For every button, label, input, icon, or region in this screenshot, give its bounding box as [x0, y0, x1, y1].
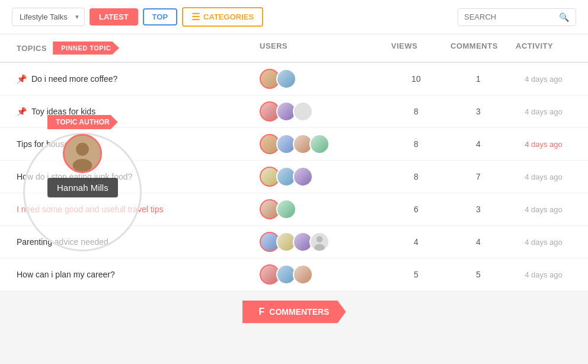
- views-cell: 6: [386, 196, 446, 222]
- topic-link[interactable]: Tips for house dust?: [17, 139, 91, 149]
- topic-cell: 📌 Do i need more coffee?: [12, 66, 255, 92]
- activity-cell: 4 days ago: [511, 164, 576, 190]
- users-cell: [255, 226, 386, 258]
- comments-cell: 3: [446, 98, 511, 124]
- pinned-topic-badge: PINNED TOPIC: [53, 41, 119, 55]
- topic-cell: 📌 Toy ideas for kids: [12, 98, 255, 124]
- top-button[interactable]: TOP: [143, 8, 178, 25]
- top-navigation: Lifestyle Talks ▼ LATEST TOP ☰ CATEGORIE…: [0, 0, 588, 34]
- latest-button[interactable]: LATEST: [90, 8, 138, 25]
- activity-cell: 4 days ago: [511, 229, 576, 255]
- views-cell: 5: [386, 261, 446, 288]
- topic-link[interactable]: How can i plan my career?: [17, 270, 115, 279]
- topic-cell: How do i stop eating junk food?: [12, 164, 255, 190]
- activity-cell: 4 days ago: [511, 262, 576, 288]
- users-cell: [255, 128, 386, 160]
- avatar: [309, 232, 330, 252]
- svg-point-0: [317, 236, 323, 242]
- pin-icon: 📌: [17, 107, 27, 116]
- topics-column-header: Topics PINNED TOPIC: [12, 34, 255, 62]
- views-column-header: Views: [386, 34, 446, 62]
- avatar: [293, 264, 313, 285]
- forum-select[interactable]: Lifestyle Talks: [12, 8, 85, 26]
- search-input[interactable]: [464, 12, 559, 21]
- topic-cell: Parenting advice needed: [12, 229, 255, 255]
- activity-cell: 4 days ago: [511, 132, 576, 157]
- topic-link[interactable]: Parenting advice needed: [17, 237, 108, 247]
- table-header: Topics PINNED TOPIC Users Views Comments…: [0, 34, 588, 63]
- hamburger-icon: ☰: [191, 11, 200, 23]
- users-cell: [255, 95, 386, 127]
- activity-cell: 4 days ago: [511, 66, 576, 92]
- comments-cell: 7: [446, 164, 511, 190]
- avatar: [293, 167, 313, 187]
- views-cell: 4: [386, 229, 446, 255]
- table-row: How do i stop eating junk food? 8 7 4 da…: [0, 161, 588, 193]
- commenters-bar: f COMMENTERS: [0, 291, 588, 333]
- views-cell: 8: [386, 131, 446, 157]
- views-cell: 8: [386, 98, 446, 124]
- search-icon[interactable]: 🔍: [559, 12, 569, 22]
- categories-button[interactable]: ☰ CATEGORIES: [182, 7, 263, 27]
- topic-link[interactable]: Toy ideas for kids: [31, 107, 95, 116]
- avatar: [293, 101, 313, 122]
- table-row: How can i plan my career? 5 5 4 days ago: [0, 258, 588, 291]
- table-row: I need some good and usefull travel tips…: [0, 193, 588, 226]
- topic-link[interactable]: Do i need more coffee?: [31, 74, 117, 84]
- views-cell: 10: [386, 66, 446, 92]
- comments-cell: 4: [446, 229, 511, 255]
- comments-cell: 4: [446, 131, 511, 157]
- commenters-button[interactable]: f COMMENTERS: [242, 301, 346, 323]
- table-row: Tips for house dust? 8 4 4 days ago: [0, 128, 588, 161]
- comments-cell: 5: [446, 261, 511, 288]
- table-row: 📌 Toy ideas for kids 8 3 4 days ago: [0, 95, 588, 128]
- svg-point-1: [314, 244, 325, 251]
- table-row: Parenting advice needed 4 4 4 days ago: [0, 226, 588, 258]
- pin-icon: 📌: [17, 74, 27, 84]
- avatar: [276, 199, 296, 219]
- topic-cell: I need some good and usefull travel tips: [12, 196, 255, 222]
- activity-column-header: Activity: [511, 34, 576, 62]
- views-cell: 8: [386, 164, 446, 190]
- topic-link[interactable]: I need some good and usefull travel tips: [17, 205, 164, 214]
- users-cell: [255, 63, 386, 95]
- activity-cell: 4 days ago: [511, 197, 576, 222]
- topic-link[interactable]: How do i stop eating junk food?: [17, 172, 132, 181]
- users-column-header: Users: [255, 34, 386, 62]
- table-row: 📌 Do i need more coffee? 10 1 4 days ago: [0, 63, 588, 95]
- avatar: [276, 69, 296, 89]
- facebook-icon: f: [259, 306, 265, 317]
- comments-column-header: Comments: [446, 34, 511, 62]
- activity-cell: 4 days ago: [511, 99, 576, 124]
- users-cell: [255, 258, 386, 290]
- topic-cell: How can i plan my career?: [12, 261, 255, 288]
- users-cell: [255, 193, 386, 225]
- comments-cell: 3: [446, 196, 511, 222]
- forum-table: Topics PINNED TOPIC Users Views Comments…: [0, 34, 588, 291]
- topic-cell: Tips for house dust?: [12, 131, 255, 157]
- users-cell: [255, 161, 386, 193]
- avatar: [309, 134, 330, 154]
- forum-dropdown[interactable]: Lifestyle Talks ▼: [12, 8, 85, 26]
- comments-cell: 1: [446, 66, 511, 92]
- search-bar[interactable]: 🔍: [458, 8, 576, 26]
